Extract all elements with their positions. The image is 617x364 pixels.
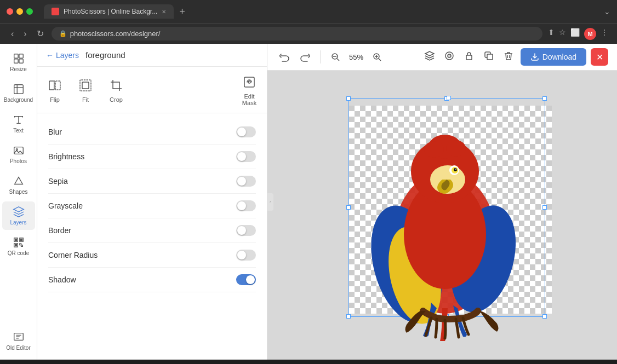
tab-close-button[interactable]: ✕	[162, 9, 166, 15]
svg-rect-12	[20, 239, 22, 241]
panel: ← Layers foreground Flip	[37, 44, 267, 360]
traffic-lights	[7, 8, 33, 15]
corner-radius-toggle[interactable]	[236, 250, 256, 261]
sidebar-item-layers[interactable]: Layers	[2, 201, 35, 230]
active-tab[interactable]: PhotoScissors | Online Backgr... ✕	[44, 4, 174, 19]
fit-tool[interactable]: Fit	[77, 77, 94, 103]
svg-point-45	[424, 141, 444, 158]
svg-point-6	[16, 149, 18, 151]
svg-rect-16	[55, 81, 60, 90]
svg-marker-7	[14, 177, 22, 184]
svg-rect-13	[15, 245, 16, 246]
blur-toggle[interactable]	[236, 126, 256, 137]
svg-rect-18	[80, 80, 91, 91]
sidebar-label-text: Text	[13, 128, 23, 134]
extensions-icon[interactable]: ⬜	[570, 28, 580, 40]
toolbar-right: Download ✕	[422, 48, 608, 66]
sidebar-item-text[interactable]: Text	[2, 109, 35, 138]
new-tab-button[interactable]: +	[176, 6, 188, 18]
sidebar-label-resize: Resize	[10, 66, 27, 72]
brightness-toggle[interactable]	[236, 151, 256, 162]
delete-button[interactable]	[501, 48, 516, 66]
close-button[interactable]: ✕	[591, 48, 608, 66]
crop-icon	[107, 77, 125, 94]
grayscale-label: Grayscale	[48, 201, 83, 210]
url-bar[interactable]: 🔒 photoscissors.com/designer/	[52, 27, 542, 41]
layers-panel-button[interactable]	[422, 48, 437, 66]
sepia-toggle[interactable]	[236, 176, 256, 187]
grayscale-toggle[interactable]	[236, 200, 256, 211]
back-to-layers-button[interactable]: ← Layers	[46, 51, 79, 60]
minimize-window-button[interactable]	[16, 8, 23, 15]
border-toggle[interactable]	[236, 225, 256, 236]
sidebar-label-oldeditor: Old Editor	[6, 345, 30, 351]
zoom-out-button[interactable]	[327, 50, 344, 64]
blur-label: Blur	[48, 128, 62, 136]
fullscreen-window-button[interactable]	[26, 8, 33, 15]
zoom-in-button[interactable]	[369, 50, 385, 64]
blur-adjustment: Blur	[48, 120, 256, 145]
sidebar-item-resize[interactable]: Resize	[2, 48, 35, 77]
svg-rect-31	[466, 55, 472, 60]
svg-rect-2	[14, 59, 18, 63]
crop-tool[interactable]: Crop	[107, 77, 125, 103]
svg-rect-3	[19, 59, 22, 63]
tab-favicon	[52, 8, 59, 15]
reload-button[interactable]: ↻	[35, 27, 46, 40]
back-arrow-icon: ←	[46, 51, 54, 60]
brightness-adjustment: Brightness	[48, 145, 256, 169]
crop-label: Crop	[110, 96, 123, 103]
paint-button[interactable]	[442, 48, 457, 66]
back-label: Layers	[56, 51, 79, 60]
bookmark-icon[interactable]: ☆	[559, 28, 566, 40]
tools-row: Flip Fit Crop	[37, 67, 267, 113]
sidebar-label-qrcode: QR code	[8, 250, 29, 256]
forward-button[interactable]: ›	[21, 28, 28, 40]
browser-chevron-icon[interactable]: ⌄	[604, 7, 610, 16]
panel-collapse-handle[interactable]: ›	[267, 193, 273, 211]
svg-point-43	[455, 169, 456, 170]
sidebar-item-shapes[interactable]: Shapes	[2, 171, 35, 199]
shadow-toggle[interactable]	[236, 274, 256, 285]
duplicate-button[interactable]	[481, 48, 496, 66]
canvas-area: 55%	[267, 44, 617, 360]
sidebar-label-photos: Photos	[10, 158, 27, 164]
sepia-label: Sepia	[48, 177, 68, 186]
sidebar: Resize Background Text Photos	[0, 44, 37, 360]
canvas-workspace	[278, 84, 607, 346]
sidebar-item-background[interactable]: Background	[2, 79, 35, 107]
sidebar-item-oldeditor[interactable]: Old Editor	[2, 327, 35, 355]
svg-rect-0	[14, 54, 18, 58]
download-label: Download	[542, 53, 576, 61]
zoom-controls: 55%	[327, 50, 385, 64]
redo-button[interactable]	[297, 50, 313, 64]
download-button[interactable]: Download	[521, 48, 586, 66]
edit-mask-icon	[241, 73, 258, 91]
corner-radius-label: Corner Radius	[48, 251, 98, 259]
zoom-value: 55%	[347, 53, 365, 61]
url-text: photoscissors.com/designer/	[70, 30, 161, 38]
close-window-button[interactable]	[7, 8, 13, 15]
edit-mask-button[interactable]: Edit Mask	[241, 73, 258, 106]
parrot-image	[327, 95, 563, 341]
back-button[interactable]: ‹	[9, 28, 16, 40]
user-avatar[interactable]: M	[584, 28, 596, 40]
lock-button[interactable]	[461, 48, 477, 66]
shadow-adjustment: Shadow	[48, 268, 256, 292]
tab-title: PhotoScissors | Online Backgr...	[64, 8, 157, 15]
undo-button[interactable]	[276, 50, 293, 64]
svg-point-42	[454, 168, 457, 171]
brightness-label: Brightness	[48, 152, 84, 161]
sidebar-item-photos[interactable]: Photos	[2, 140, 35, 169]
svg-line-23	[337, 59, 339, 61]
canvas-container[interactable]	[267, 71, 617, 360]
flip-tool[interactable]: Flip	[46, 77, 64, 103]
tab-bar: PhotoScissors | Online Backgr... ✕ +	[37, 4, 599, 19]
more-options-icon[interactable]: ⋮	[601, 28, 608, 40]
share-icon[interactable]: ⬆	[548, 28, 555, 40]
svg-rect-4	[14, 85, 23, 94]
fit-icon	[77, 77, 94, 94]
sidebar-item-qrcode[interactable]: QR code	[2, 232, 35, 261]
svg-rect-15	[49, 81, 54, 90]
adjustments-list: Blur Brightness Sepia Grayscale Border C…	[37, 113, 267, 299]
